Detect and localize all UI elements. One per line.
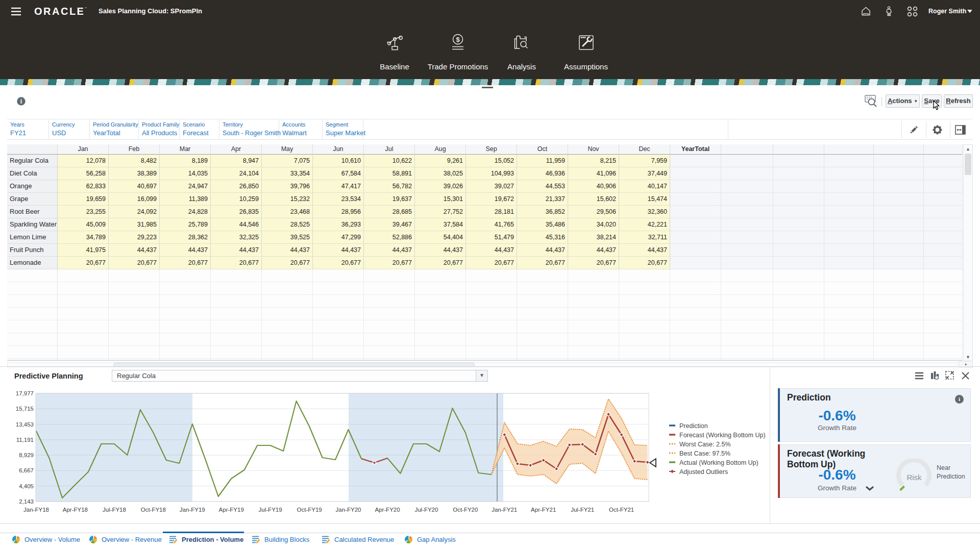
svg-text:Apr-FY21: Apr-FY21 xyxy=(531,507,556,513)
svg-text:Apr-FY19: Apr-FY19 xyxy=(219,507,244,513)
svg-text:15,715: 15,715 xyxy=(16,406,34,412)
svg-text:Adjusted Outliers: Adjusted Outliers xyxy=(679,468,728,475)
svg-text:Jan-FY19: Jan-FY19 xyxy=(180,507,205,513)
svg-text:6,667: 6,667 xyxy=(19,467,34,473)
svg-text:2,143: 2,143 xyxy=(19,498,34,505)
svg-text:Worst Case: 2.5%: Worst Case: 2.5% xyxy=(679,441,731,448)
svg-text:Forecast (Working Bottom Up): Forecast (Working Bottom Up) xyxy=(679,432,766,439)
svg-text:Oct-FY18: Oct-FY18 xyxy=(141,507,166,513)
svg-text:Oct-FY21: Oct-FY21 xyxy=(609,507,634,513)
svg-text:Oct-FY19: Oct-FY19 xyxy=(297,507,322,513)
svg-text:Prediction: Prediction xyxy=(679,422,708,430)
svg-text:Jan-FY20: Jan-FY20 xyxy=(336,507,361,513)
svg-text:Apr-FY20: Apr-FY20 xyxy=(375,507,400,513)
svg-text:Oct-FY20: Oct-FY20 xyxy=(453,507,478,513)
svg-text:Jul-FY20: Jul-FY20 xyxy=(414,507,438,513)
svg-text:Jan-FY18: Jan-FY18 xyxy=(23,507,49,513)
svg-text:Jul-FY18: Jul-FY18 xyxy=(103,507,126,513)
svg-text:11,191: 11,191 xyxy=(16,437,34,443)
svg-text:i: i xyxy=(20,98,22,105)
svg-text:Jul-FY19: Jul-FY19 xyxy=(259,507,282,513)
svg-text:Risk: Risk xyxy=(906,473,922,482)
svg-text:8,929: 8,929 xyxy=(19,452,34,458)
svg-text:$: $ xyxy=(456,36,460,43)
svg-text:Jan-FY21: Jan-FY21 xyxy=(492,507,517,513)
svg-text:Best Case: 97.5%: Best Case: 97.5% xyxy=(679,450,730,457)
svg-text:4,405: 4,405 xyxy=(19,483,34,489)
svg-text:Apr-FY18: Apr-FY18 xyxy=(63,507,88,513)
svg-text:Actual (Working Bottom Up): Actual (Working Bottom Up) xyxy=(679,459,758,466)
svg-text:Jul-FY21: Jul-FY21 xyxy=(571,507,594,513)
svg-text:13,453: 13,453 xyxy=(16,421,34,428)
svg-text:17,977: 17,977 xyxy=(16,390,34,396)
